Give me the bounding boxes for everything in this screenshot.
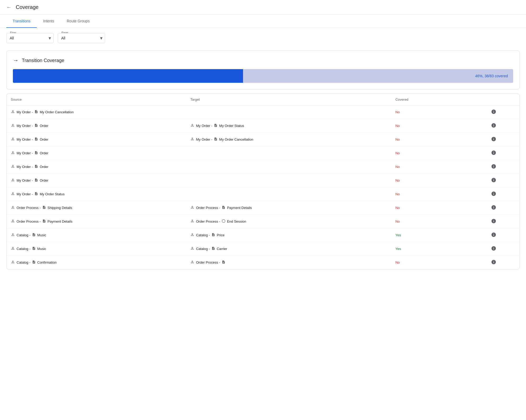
flow-select[interactable]: All <box>6 33 54 43</box>
tab-transitions[interactable]: Transitions <box>6 15 37 28</box>
info-cell[interactable] <box>468 215 519 228</box>
info-cell[interactable] <box>468 146 519 160</box>
covered-value: No <box>395 124 400 128</box>
info-icon[interactable] <box>491 109 496 114</box>
covered-cell: No <box>391 201 468 215</box>
flow-icon <box>190 123 194 128</box>
source-cell: My Order -My Order Status <box>7 187 186 201</box>
covered-cell: No <box>391 215 468 228</box>
target-page-name: Payment Details <box>227 206 252 210</box>
col-header-info <box>468 94 519 105</box>
source-cell: My Order -Order <box>7 146 186 160</box>
info-icon[interactable] <box>491 246 496 251</box>
flow-icon <box>11 110 15 115</box>
page-icon <box>34 137 38 142</box>
page-icon <box>42 206 46 210</box>
source-cell: Catalog -Music <box>7 228 186 242</box>
table-row: Catalog -MusicCatalog -PriceYes <box>7 228 519 242</box>
source-cell: My Order -Order <box>7 160 186 174</box>
table-row: My Order -OrderMy Order -My Order Status… <box>7 119 519 133</box>
flow-icon <box>190 137 194 142</box>
coverage-card-title: Transition Coverage <box>22 58 64 63</box>
source-page-name: My Order Status <box>40 192 65 196</box>
flow-filter: Flow All ▾ <box>6 33 54 43</box>
flow-icon <box>190 246 194 251</box>
flow-icon <box>190 219 194 224</box>
tabs-container: Transitions Intents Route Groups <box>0 15 526 28</box>
page-title: Coverage <box>16 4 39 10</box>
page-select[interactable]: All <box>58 33 105 43</box>
table-row: My Order -My Order CancellationNo <box>7 105 519 119</box>
flow-icon <box>11 192 15 197</box>
filters-section: Flow All ▾ Page All ▾ <box>0 28 526 48</box>
covered-value: No <box>395 137 400 141</box>
info-cell[interactable] <box>468 160 519 174</box>
info-icon[interactable] <box>491 123 496 128</box>
table-row: Order Process -Shipping DetailsOrder Pro… <box>7 201 519 215</box>
info-cell[interactable] <box>468 133 519 146</box>
covered-value: No <box>395 110 400 114</box>
covered-value: No <box>395 206 400 210</box>
table-row: Order Process -Payment DetailsOrder Proc… <box>7 215 519 228</box>
info-cell[interactable] <box>468 256 519 269</box>
page-icon <box>222 260 225 265</box>
flow-icon <box>11 123 15 128</box>
page-icon <box>32 260 36 265</box>
page-icon <box>34 178 38 183</box>
covered-cell: No <box>391 160 468 174</box>
source-page-name: Music <box>37 247 46 251</box>
covered-cell: No <box>391 105 468 119</box>
info-icon[interactable] <box>491 218 496 224</box>
info-icon[interactable] <box>491 177 496 183</box>
info-icon[interactable] <box>491 232 496 237</box>
target-cell <box>186 174 391 187</box>
source-page-name: Music <box>37 233 46 237</box>
covered-value: No <box>395 151 400 155</box>
info-cell[interactable] <box>468 242 519 256</box>
info-icon[interactable] <box>491 191 496 196</box>
covered-cell: Yes <box>391 228 468 242</box>
flow-icon <box>11 233 15 238</box>
covered-cell: No <box>391 256 468 269</box>
flow-icon <box>190 205 194 210</box>
col-header-source: Source <box>7 94 186 105</box>
info-cell[interactable] <box>468 119 519 133</box>
target-page-name: Price <box>217 233 225 237</box>
info-cell[interactable] <box>468 105 519 119</box>
source-cell: My Order -Order <box>7 133 186 146</box>
flow-icon <box>11 260 15 265</box>
covered-value: No <box>395 260 400 264</box>
tab-intents[interactable]: Intents <box>37 15 60 28</box>
info-cell[interactable] <box>468 187 519 201</box>
info-icon[interactable] <box>491 205 496 210</box>
target-page-name: My Order Status <box>219 124 244 128</box>
page-icon <box>34 110 38 114</box>
table-row: Catalog -MusicCatalog -CarrierYes <box>7 242 519 256</box>
info-cell[interactable] <box>468 174 519 187</box>
target-cell: My Order -My Order Cancellation <box>186 133 391 146</box>
coverage-card: → Transition Coverage 46%, 38/83 covered <box>6 50 520 89</box>
covered-value: Yes <box>395 233 401 237</box>
target-cell: Catalog -Price <box>186 228 391 242</box>
back-button[interactable]: ← <box>6 4 12 10</box>
target-cell <box>186 160 391 174</box>
info-icon[interactable] <box>491 150 496 155</box>
target-page-name: My Order Cancellation <box>219 137 253 141</box>
source-page-name: Order <box>40 178 48 182</box>
flow-select-wrapper: All ▾ <box>6 33 54 43</box>
info-icon[interactable] <box>491 259 496 265</box>
tab-route-groups[interactable]: Route Groups <box>60 15 96 28</box>
info-icon[interactable] <box>491 164 496 169</box>
target-cell: My Order -My Order Status <box>186 119 391 133</box>
covered-cell: No <box>391 146 468 160</box>
covered-value: Yes <box>395 247 401 251</box>
source-page-name: Shipping Details <box>48 206 72 210</box>
info-cell[interactable] <box>468 201 519 215</box>
info-icon[interactable] <box>491 136 496 142</box>
source-cell: My Order -My Order Cancellation <box>7 105 186 119</box>
source-cell: My Order -Order <box>7 174 186 187</box>
progress-bar-container: 46%, 38/83 covered <box>13 69 513 83</box>
page-icon <box>214 137 218 142</box>
info-cell[interactable] <box>468 228 519 242</box>
covered-value: No <box>395 178 400 182</box>
